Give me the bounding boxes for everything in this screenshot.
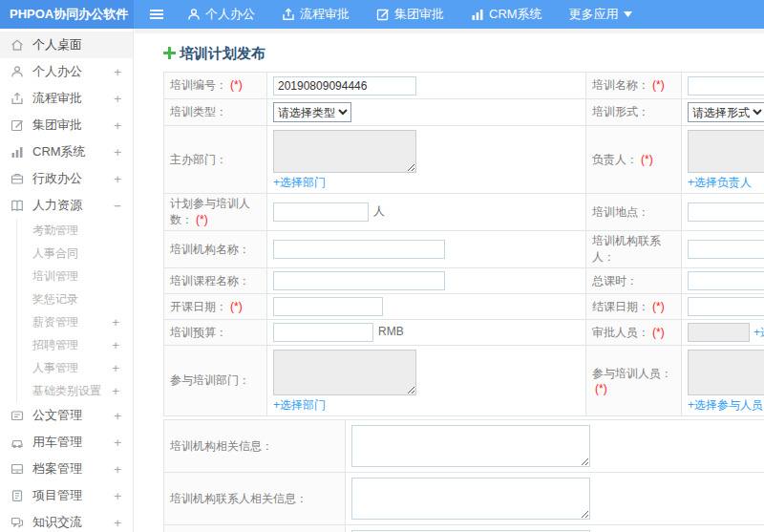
select-responsible-link[interactable]: +选择负责人 [688,176,752,189]
required-mark: (*) [196,213,208,226]
user-icon [10,64,25,79]
edit-icon [376,8,390,21]
total-hours-input[interactable] [688,271,764,290]
topnav-workflow-approval[interactable]: 流程审批 [282,6,350,23]
required-mark: (*) [230,78,243,92]
institution-contact-info-textarea[interactable] [351,478,590,520]
field-label: 总课时： [586,268,682,294]
submenu-item-base-category-settings[interactable]: 基础类别设置 + [17,379,133,402]
form-row: 培训预算： RMB 审批人员：(*) +选择审批人员 [164,320,764,346]
field-label: 培训预算： [164,320,267,346]
sidebar-item-crm-system[interactable]: CRM系统 + [0,138,133,165]
topnav-group-approval[interactable]: 集团审批 [376,6,444,23]
sidebar-item-project-management[interactable]: 项目管理 + [0,482,133,509]
field-label: 参与培训部门： [164,346,267,416]
budget-input[interactable] [273,323,373,342]
hamburger-menu-icon[interactable] [149,8,164,21]
top-nav: 个人办公 流程审批 集团审批 CRM系统 更多应用 [187,6,632,23]
expand-toggle[interactable]: + [114,462,121,477]
sidebar-item-archive-management[interactable]: 档案管理 + [0,456,133,482]
hr-submenu: 考勤管理 人事合同 培训管理 奖惩记录 薪资管理 + 招聘管理 + 人事管理 +… [16,219,133,402]
sidebar-item-personal-desktop[interactable]: 个人桌面 [0,32,133,58]
field-label: 培训机构联系人： [586,231,682,268]
field-label: 结课日期：(*) [586,294,682,320]
form-row: 开课日期：(*) 结课日期：(*) [164,294,764,320]
expand-toggle[interactable]: + [114,92,121,106]
approver-box[interactable] [688,323,750,342]
training-name-input[interactable] [688,76,764,96]
form-row: 培训机构名称： 培训机构联系人： [164,231,764,268]
expand-toggle[interactable]: + [114,516,121,530]
sidebar-item-human-resources[interactable]: 人力资源 − [0,192,133,219]
form-row: 计划参与培训人数：(*) 人 培训地点： [164,194,764,231]
expand-toggle[interactable]: + [114,172,121,186]
form-row: 培训要求： [164,525,764,532]
institution-name-input[interactable] [273,240,445,259]
select-department-link[interactable]: +选择部门 [273,398,326,412]
topnav-more-apps[interactable]: 更多应用 [569,6,632,23]
training-form-table: 培训编号：(*) 培训名称：(*) 培训类型： 请选择类型 培训形式： 请选择形… [163,72,764,416]
submenu-item-personnel[interactable]: 人事管理 + [17,356,133,379]
sidebar: 个人桌面 个人办公 + 流程审批 + 集团审批 + CRM系统 + 行政办公 + [0,29,134,532]
topnav-crm-system[interactable]: CRM系统 [471,6,542,23]
sidebar-item-vehicle-management[interactable]: 用车管理 + [0,429,133,456]
required-mark: (*) [595,382,607,395]
start-date-input[interactable] [273,297,383,316]
field-label: 审批人员：(*) [586,320,682,346]
responsible-person-box[interactable] [688,130,764,173]
expand-toggle[interactable]: + [114,409,121,423]
expand-toggle[interactable]: + [114,145,121,160]
chart-icon [10,144,25,160]
expand-toggle[interactable]: + [114,436,121,450]
participating-departments-box[interactable] [273,350,416,395]
institution-contact-input[interactable] [688,240,764,259]
field-label: 培训编号：(*) [164,73,267,99]
form-row: 培训课程名称： 总课时： [164,268,764,294]
submenu-item-reward-punishment[interactable]: 奖惩记录 [17,287,133,310]
expand-toggle[interactable]: + [114,118,121,133]
submenu-item-hr-contract[interactable]: 人事合同 [17,242,133,265]
collapse-toggle[interactable]: − [114,199,121,213]
submenu-item-attendance[interactable]: 考勤管理 [17,219,133,242]
required-mark: (*) [641,153,653,166]
submenu-item-salary[interactable]: 薪资管理 + [17,310,133,333]
home-icon [10,37,25,53]
host-department-box[interactable] [273,130,416,173]
sidebar-item-workflow-approval[interactable]: 流程审批 + [0,85,133,112]
participating-personnel-box[interactable] [688,350,764,395]
archive-icon [10,461,25,477]
expand-toggle[interactable]: + [112,361,119,375]
sidebar-item-official-documents[interactable]: 公文管理 + [0,402,133,429]
end-date-input[interactable] [688,297,764,316]
training-form-select[interactable]: 请选择形式 [688,102,764,122]
planned-participants-input[interactable] [273,202,369,222]
edit-icon [10,117,25,133]
submenu-item-training-management[interactable]: 培训管理 [17,265,133,287]
sidebar-item-knowledge-exchange[interactable]: 知识交流 + [0,509,133,532]
form-row: 培训机构联系人相关信息： [164,473,764,525]
sidebar-item-personal-office[interactable]: 个人办公 + [0,58,133,85]
institution-info-textarea[interactable] [351,425,590,467]
select-approver-link[interactable]: +选择审批人员 [753,325,764,341]
flow-icon [10,91,25,106]
course-name-input[interactable] [273,271,445,290]
select-participants-link[interactable]: +选择参与人员 [688,398,763,412]
field-label: 培训机构相关信息： [164,420,346,473]
field-label: 培训地点： [586,194,682,231]
training-type-select[interactable]: 请选择类型 [273,102,351,122]
expand-toggle[interactable]: + [114,65,121,79]
training-number-input[interactable] [273,76,416,96]
expand-toggle[interactable]: + [114,489,121,503]
submenu-item-recruitment[interactable]: 招聘管理 + [17,333,133,356]
select-department-link[interactable]: +选择部门 [273,176,326,189]
sidebar-item-administrative-office[interactable]: 行政办公 + [0,165,133,192]
caret-down-icon [624,11,632,17]
training-location-input[interactable] [688,202,764,222]
topnav-personal-office[interactable]: 个人办公 [187,6,255,23]
sidebar-item-group-approval[interactable]: 集团审批 + [0,112,133,138]
required-mark: (*) [652,326,665,339]
expand-toggle[interactable]: + [112,338,119,352]
top-bar: PHPOA协同办公软件 个人办公 流程审批 集团审批 CRM系统 [0,0,764,29]
expand-toggle[interactable]: + [112,384,119,398]
expand-toggle[interactable]: + [112,315,119,330]
